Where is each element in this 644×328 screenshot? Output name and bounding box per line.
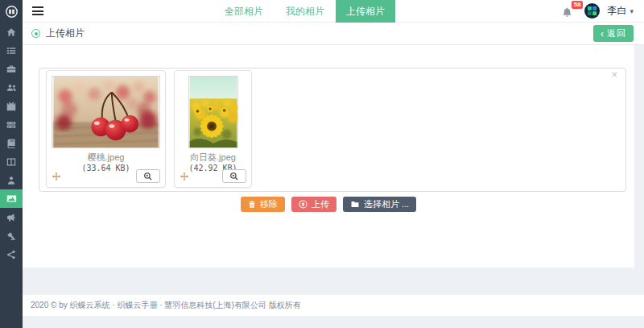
sidebar-item-share[interactable] [0, 245, 23, 264]
sidebar-item-users[interactable] [0, 78, 23, 97]
sidebar-item-columns[interactable] [0, 152, 23, 171]
back-button[interactable]: ‹ 返回 [593, 25, 634, 42]
file-name: 向日葵.jpeg [190, 152, 236, 162]
sunflowers-thumbnail [188, 76, 238, 148]
page-title: 上传相片 [46, 27, 85, 40]
browse-photos-button[interactable]: 选择相片 ... [343, 197, 416, 212]
user-menu[interactable]: 李白 ▾ [607, 4, 634, 18]
sidebar [0, 0, 23, 328]
user-icon [6, 176, 16, 185]
upload-button[interactable]: 上传 [291, 197, 336, 212]
logo-book-circle-icon[interactable] [5, 0, 19, 23]
page-header: 上传相片 ‹ 返回 [23, 23, 644, 45]
magnifier-plus-icon [143, 172, 153, 181]
upload-circle-icon [299, 200, 308, 209]
notification-count-badge: 58 [572, 1, 584, 9]
uploader-actions: 移除 上传 选择相片 ... [23, 197, 634, 212]
cherries-thumbnail [52, 76, 160, 148]
back-button-label: 返回 [607, 27, 626, 39]
tab-all-photos[interactable]: 全部相片 [213, 0, 275, 23]
chevron-left-icon: ‹ [601, 30, 604, 38]
trash-icon [248, 200, 256, 209]
users-icon [6, 82, 17, 93]
dot-circle-icon [31, 29, 40, 38]
photos-icon [6, 193, 17, 204]
upload-panel: × [23, 45, 634, 268]
bullhorn-icon [6, 213, 16, 222]
sidebar-item-gavel[interactable] [0, 226, 23, 245]
main-column: 全部相片 我的相片 上传相片 58 李白 ▾ 上传相片 ‹ 返回 [23, 0, 644, 328]
sidebar-item-bullhorn[interactable] [0, 208, 23, 226]
sidebar-item-tasks[interactable] [0, 115, 23, 134]
file-card-footer [180, 169, 246, 183]
user-avatar[interactable] [584, 3, 600, 19]
magnifier-plus-icon [229, 172, 239, 181]
close-icon[interactable]: × [611, 69, 617, 81]
photo-tabs: 全部相片 我的相片 上传相片 [213, 0, 395, 23]
columns-icon [6, 157, 16, 167]
top-navbar: 全部相片 我的相片 上传相片 58 李白 ▾ [23, 0, 644, 23]
sidebar-item-home[interactable] [0, 23, 23, 41]
footer: 2020 © by 织蝶云系统 · 织蝶云手册 · 慧羽信息科技(上海)有限公司… [23, 295, 644, 316]
copyright-text: 2020 © by 织蝶云系统 · 织蝶云手册 · 慧羽信息科技(上海)有限公司… [31, 300, 301, 311]
notification-bell-icon[interactable]: 58 [561, 3, 577, 19]
user-name-label: 李白 [607, 4, 626, 18]
folder-icon [350, 200, 360, 209]
file-preview-card: 向日葵.jpeg (42.92 KB) [174, 70, 252, 188]
content-gap [23, 268, 644, 295]
tab-upload-photos[interactable]: 上传相片 [336, 0, 395, 23]
sidebar-item-user[interactable] [0, 171, 23, 189]
file-card-footer [52, 169, 160, 183]
sidebar-item-book[interactable] [0, 134, 23, 152]
sidebar-item-briefcase[interactable] [0, 60, 23, 78]
zoom-preview-button[interactable] [136, 169, 160, 183]
file-name: 樱桃.jpeg [88, 152, 125, 162]
tasks-icon [6, 120, 16, 130]
tab-my-photos[interactable]: 我的相片 [275, 0, 336, 23]
book-icon [6, 139, 16, 148]
caret-down-icon: ▾ [630, 7, 634, 15]
file-preview-card: 樱桃.jpeg (33.64 KB) [46, 70, 166, 188]
drag-move-icon[interactable] [180, 172, 189, 181]
sidebar-item-calendar[interactable] [0, 97, 23, 115]
home-icon [6, 27, 16, 37]
hamburger-menu-icon[interactable] [23, 0, 53, 23]
zoom-preview-button[interactable] [222, 169, 246, 183]
file-dropzone[interactable]: × [39, 68, 626, 192]
drag-move-icon[interactable] [52, 172, 61, 181]
list-icon [6, 46, 16, 56]
calendar-icon [6, 102, 16, 111]
share-icon [6, 250, 16, 259]
sidebar-item-list[interactable] [0, 41, 23, 60]
sidebar-item-photos[interactable] [0, 189, 23, 208]
gavel-icon [6, 231, 16, 241]
navbar-right: 58 李白 ▾ [561, 3, 644, 19]
briefcase-icon [6, 64, 16, 74]
remove-button[interactable]: 移除 [241, 197, 285, 212]
